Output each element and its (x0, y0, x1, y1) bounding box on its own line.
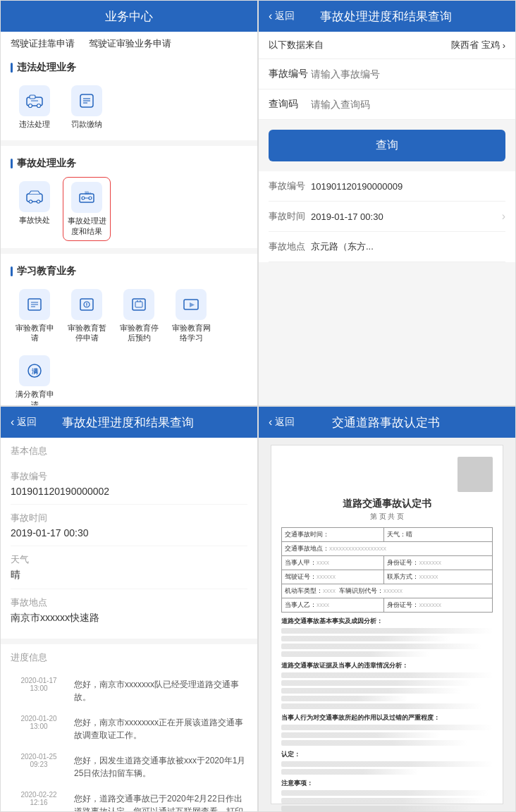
panel-biz-center: 业务中心 驾驶证挂靠申请 驾驶证审验业务申请 违法处理业务 (0, 0, 258, 406)
query-code-input[interactable] (311, 99, 505, 110)
top-item-2[interactable]: 驾驶证审验业务申请 (89, 37, 171, 50)
query-button[interactable]: 查询 (269, 130, 505, 161)
edu-icon-1 (71, 289, 102, 320)
cert-note-text (281, 790, 493, 811)
edu-label-2: 审验教育停后预约 (118, 323, 160, 343)
result-row-0[interactable]: 事故编号 101901120190000009 (269, 171, 505, 202)
timeline-content-1: 您好，南京市xxxxxxxx正在开展该道路交通事故调查取证工作。 (74, 715, 247, 742)
biz-item-violation[interactable]: 违法处理 (11, 81, 59, 133)
basic-val-1: 2019-01-17 00:30 (11, 527, 247, 539)
edu-icon-0 (19, 289, 50, 320)
edu-item-3[interactable]: 审验教育网络学习 (167, 285, 215, 347)
query-source-bar: 以下数据来自 陕西省 宝鸡 › (259, 32, 515, 59)
panel-accident-query: ‹ 返回 事故处理进度和结果查询 以下数据来自 陕西省 宝鸡 › 事故编号 查询… (258, 0, 516, 406)
panel1-content: 驾驶证挂靠申请 驾驶证审验业务申请 违法处理业务 (1, 32, 257, 405)
result-val-1: 2019-01-17 00:30 (311, 211, 502, 222)
basic-info-title: 基本信息 (11, 445, 247, 463)
cert-cell-location: 交通事故地点：xxxxxxxxxxxxxxxxxx (282, 542, 493, 556)
section-violation: 违法处理业务 违法处理 (1, 50, 257, 140)
timeline-left-1: 2020-01-20 13:00 (11, 715, 67, 742)
cert-cell-contact: 联系方式：xxxxxx (384, 570, 493, 584)
svg-text:>>>: >>> (85, 191, 92, 195)
panel4-back-btn[interactable]: ‹ 返回 (269, 416, 295, 429)
edu-item-2[interactable]: 审验教育停后预约 (115, 285, 163, 347)
timeline-left-2: 2020-01-25 09:23 (11, 753, 67, 780)
cert-document: 道路交通事故认定书 第 页 共 页 交通事故时间： 天气：晴 交通事故地点：xx… (271, 445, 503, 804)
query-result-section: 事故编号 101901120190000009 事故时间 2019-01-17 … (259, 171, 515, 262)
basic-val-2: 晴 (11, 569, 247, 582)
timeline-item-2: 2020-01-25 09:23 您好，因发生道路交通事故被xxx于2020年1… (11, 747, 247, 785)
timeline-title: 进度信息 (11, 651, 247, 671)
basic-val-3: 南京市xxxxxx快速路 (11, 612, 247, 625)
accident-no-input[interactable] (311, 68, 505, 80)
back-chevron-icon: ‹ (269, 10, 272, 23)
basic-label-0: 事故编号 (11, 470, 247, 483)
cert-cell-driveno: 驾驶证号：xxxxxx (282, 570, 384, 584)
svg-text:满: 满 (32, 368, 38, 375)
violation-label: 违法处理 (19, 119, 50, 129)
edu-icon-2 (123, 289, 154, 320)
timeline-item-3: 2020-02-22 12:16 您好，道路交通事故已于2020年2月22日作出… (11, 785, 247, 811)
timeline-content-0: 您好，南京市xxxxxxx队已经受理道路交通事故。 (74, 677, 247, 703)
edu-label-4: 满分教育申请 (13, 389, 56, 405)
basic-label-1: 事故时间 (11, 512, 247, 524)
panel3-header: ‹ 返回 事故处理进度和结果查询 (1, 407, 257, 438)
biz-item-quick[interactable]: 事故快处 (11, 177, 59, 241)
panel3-content: 基本信息 事故编号 101901120190000002 事故时间 2019-0… (1, 438, 257, 811)
panel3-title: 事故处理进度和结果查询 (37, 414, 219, 431)
basic-info-section: 基本信息 事故编号 101901120190000002 事故时间 2019-0… (1, 438, 257, 639)
result-val-2: 京元路（东方... (311, 240, 505, 253)
panel1-title: 业务中心 (11, 8, 247, 25)
result-label-1: 事故时间 (269, 210, 311, 223)
timeline-item-0: 2020-01-17 13:00 您好，南京市xxxxxxx队已经受理道路交通事… (11, 671, 247, 709)
panel2-title: 事故处理进度和结果查询 (295, 8, 477, 25)
edu-label-1: 审验教育暂停申请 (66, 323, 108, 343)
basic-val-0: 101901120190000002 (11, 486, 247, 497)
cert-basic-table: 交通事故时间： 天气：晴 交通事故地点：xxxxxxxxxxxxxxxxxx 当… (281, 527, 493, 613)
section-accident: 事故处理业务 事故快处 (1, 146, 257, 248)
panel3-back-btn[interactable]: ‹ 返回 (11, 416, 37, 429)
panel2-content: 以下数据来自 陕西省 宝鸡 › 事故编号 查询码 查询 事故编号 1019011… (259, 32, 515, 405)
cert-cell-weather: 天气：晴 (384, 528, 493, 542)
edu-icon-4: 满 (19, 355, 50, 386)
back-chevron-icon-3: ‹ (11, 416, 14, 429)
cert-cell-partya: 当事人甲：xxxx (282, 556, 384, 570)
panel-accident-progress: ‹ 返回 事故处理进度和结果查询 基本信息 事故编号 1019011201900… (0, 406, 258, 812)
progress-icon: >>> (71, 182, 102, 213)
quick-label: 事故快处 (19, 215, 50, 225)
edu-item-1[interactable]: 审验教育暂停申请 (63, 285, 111, 347)
biz-item-progress[interactable]: >>> 事故处理进度和结果 (63, 177, 111, 241)
edu-item-0[interactable]: 审验教育申请 (11, 285, 59, 347)
cert-cell-cartype: 机动车类型：xxxx 车辆识别代号：xxxxxx (282, 584, 493, 598)
result-label-2: 事故地点 (269, 240, 311, 253)
panel4-title: 交通道路事故认定书 (295, 414, 477, 431)
top-item-1[interactable]: 驾驶证挂靠申请 (11, 37, 75, 50)
basic-label-2: 天气 (11, 553, 247, 566)
quick-icon (19, 181, 50, 212)
cert-cell-idno: 身份证号：xxxxxxx (384, 556, 493, 570)
biz-item-fine[interactable]: 罚款缴纳 (63, 81, 111, 133)
edu-item-4[interactable]: 满 满分教育申请 (11, 351, 59, 405)
cert-facts-title: 道路交通事故基本事实及成因分析： (281, 617, 493, 626)
violation-icon (19, 85, 50, 116)
result-row-2[interactable]: 事故地点 京元路（东方... (269, 232, 505, 262)
cert-facts-text (281, 628, 493, 657)
timeline-date-3: 2020-02-22 12:16 (20, 791, 56, 806)
result-row-1[interactable]: 事故时间 2019-01-17 00:30 › (269, 202, 505, 232)
section-education-title: 学习教育业务 (11, 261, 247, 285)
accident-grid: 事故快处 >>> 事故处理进度和结果 (11, 177, 247, 241)
panel2-back-btn[interactable]: ‹ 返回 (269, 10, 295, 23)
cert-evidence-text (281, 672, 493, 709)
cert-cell-idno-b: 身份证号：xxxxxxx (384, 598, 493, 613)
svg-point-2 (37, 104, 41, 108)
edu-icon-3 (176, 289, 207, 320)
source-value: 陕西省 宝鸡 › (451, 39, 505, 51)
field-label-query-code: 查询码 (269, 98, 311, 111)
basic-field-0: 事故编号 101901120190000002 (11, 463, 247, 505)
education-grid: 审验教育申请 审验教育暂停申请 (11, 285, 247, 405)
timeline-left-0: 2020-01-17 13:00 (11, 677, 67, 703)
cert-role-title: 当事人行为对交通事故所起的作用以及过错的严重程度： (281, 713, 493, 722)
svg-point-10 (29, 200, 32, 203)
result-label-0: 事故编号 (269, 180, 311, 192)
source-label: 以下数据来自 (269, 39, 324, 51)
